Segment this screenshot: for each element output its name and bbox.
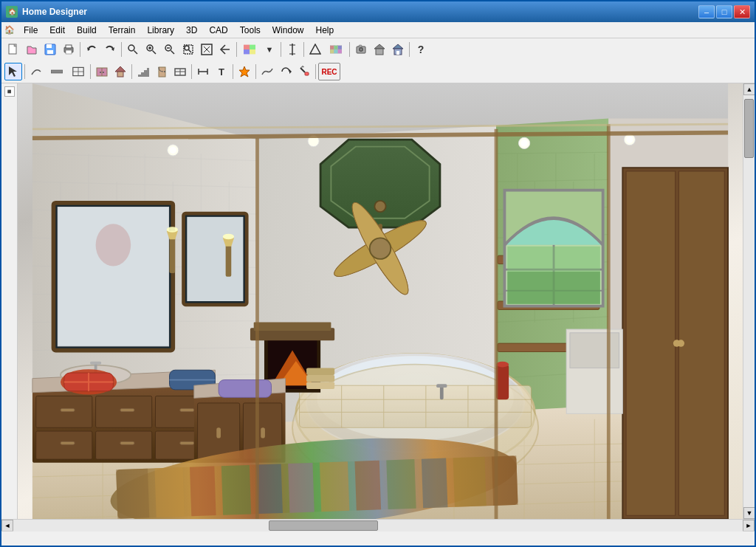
menu-file[interactable]: File	[18, 24, 44, 37]
scroll-up-button[interactable]: ▲	[743, 83, 755, 95]
rotate-button[interactable]	[277, 63, 295, 80]
sep13	[255, 64, 256, 79]
sep2	[121, 42, 122, 57]
fill-window-button[interactable]	[198, 41, 216, 58]
svg-rect-201	[120, 441, 134, 444]
zoom-find-button[interactable]	[124, 41, 142, 58]
svg-rect-239	[570, 333, 619, 368]
svg-rect-48	[51, 70, 63, 73]
record-button[interactable]: REC	[318, 63, 340, 80]
scroll-right-button[interactable]: ►	[743, 520, 755, 531]
window-title: Home Designer	[22, 7, 698, 17]
svg-point-40	[360, 49, 362, 51]
menu-library[interactable]: Library	[141, 24, 180, 37]
dropdown-arrow-button[interactable]: ▼	[261, 41, 278, 58]
materials-button[interactable]	[239, 41, 260, 58]
app-icon: 🏠	[6, 6, 18, 18]
maximize-button[interactable]: □	[716, 5, 732, 18]
symbol-button[interactable]	[236, 63, 253, 80]
text-tool-button[interactable]: T	[213, 63, 230, 80]
svg-rect-247	[306, 382, 334, 389]
scroll-down-button[interactable]: ▼	[743, 507, 755, 519]
menu-tools[interactable]: Tools	[234, 24, 267, 37]
svg-point-126	[374, 201, 385, 212]
elevation-button[interactable]	[306, 41, 324, 58]
scroll-track-vertical[interactable]	[743, 95, 755, 507]
door-tool-button[interactable]	[153, 63, 171, 80]
svg-point-8	[128, 45, 134, 51]
dimension-button[interactable]	[194, 63, 212, 80]
close-button[interactable]: ✕	[734, 5, 750, 18]
svg-rect-26	[244, 49, 250, 54]
svg-rect-234	[626, 171, 676, 515]
svg-rect-33	[334, 46, 337, 49]
toolbar-row-2: T REC	[1, 61, 755, 83]
svg-rect-226	[288, 463, 315, 513]
svg-rect-37	[338, 49, 342, 53]
wall-tool-button[interactable]	[46, 63, 68, 80]
zoom-out-button[interactable]	[161, 41, 179, 58]
walkthrough-button[interactable]	[389, 41, 407, 58]
save-button[interactable]	[41, 41, 59, 58]
svg-rect-195	[96, 431, 152, 459]
cabinet-tool-button[interactable]	[93, 63, 111, 80]
paint-button[interactable]	[295, 63, 313, 80]
scroll-thumb-horizontal[interactable]	[269, 520, 378, 531]
measure-button[interactable]	[284, 41, 301, 58]
scroll-thumb-vertical[interactable]	[744, 99, 754, 158]
zoom-box-button[interactable]	[179, 41, 197, 58]
svg-rect-231	[453, 457, 487, 507]
menu-build[interactable]: Build	[71, 24, 103, 37]
title-bar: 🏠 Home Designer – □ ✕	[1, 1, 755, 22]
sep4	[281, 42, 281, 57]
polyline-tool-button[interactable]	[27, 63, 45, 80]
new-button[interactable]	[4, 41, 22, 58]
terrain-button[interactable]	[258, 63, 276, 80]
texture-lib-button[interactable]	[325, 41, 347, 58]
svg-point-243	[520, 140, 528, 147]
select-tool-button[interactable]	[4, 63, 22, 80]
scroll-left-button[interactable]: ◄	[1, 520, 13, 531]
svg-rect-248	[306, 375, 334, 382]
svg-marker-47	[9, 66, 17, 77]
print-button[interactable]	[60, 41, 78, 58]
undo-button[interactable]	[83, 41, 100, 58]
roofing-button[interactable]	[111, 63, 129, 80]
open-button[interactable]	[23, 41, 41, 58]
svg-rect-72	[305, 72, 309, 75]
window-tool-button[interactable]	[171, 63, 189, 80]
svg-rect-41	[359, 45, 362, 47]
scroll-track-horizontal[interactable]	[13, 520, 743, 531]
system-menu-icon[interactable]: 🏠	[4, 25, 15, 35]
viewport[interactable]: ✦	[18, 83, 743, 519]
minimize-button[interactable]: –	[698, 5, 715, 18]
redo-button[interactable]	[101, 41, 119, 58]
menu-edit[interactable]: Edit	[44, 24, 71, 37]
zoom-previous-button[interactable]	[216, 41, 234, 58]
help-button[interactable]: ?	[412, 41, 430, 58]
menu-cad[interactable]: CAD	[203, 24, 233, 37]
svg-rect-6	[66, 45, 72, 48]
menu-help[interactable]: Help	[309, 24, 340, 37]
3d-house-button[interactable]	[371, 41, 388, 58]
svg-point-132	[370, 238, 391, 259]
stairs-button[interactable]	[134, 63, 152, 80]
menu-terrain[interactable]: Terrain	[103, 24, 142, 37]
svg-rect-225	[256, 464, 283, 514]
camera-view-button[interactable]	[352, 41, 370, 58]
menu-window[interactable]: Window	[267, 24, 310, 37]
menu-3d[interactable]: 3D	[180, 24, 203, 37]
sep14	[315, 64, 316, 79]
svg-rect-194	[36, 431, 92, 459]
svg-rect-3	[47, 50, 53, 54]
zoom-in-button[interactable]	[142, 41, 160, 58]
sep5	[303, 42, 304, 57]
svg-rect-217	[261, 427, 265, 438]
sep10	[131, 64, 132, 79]
svg-rect-166	[507, 272, 600, 304]
svg-rect-61	[147, 68, 149, 77]
svg-marker-31	[310, 44, 320, 54]
toolbar-row-1: ▼ ?	[1, 38, 755, 61]
room-type-button[interactable]	[69, 63, 88, 80]
svg-line-9	[134, 51, 138, 55]
